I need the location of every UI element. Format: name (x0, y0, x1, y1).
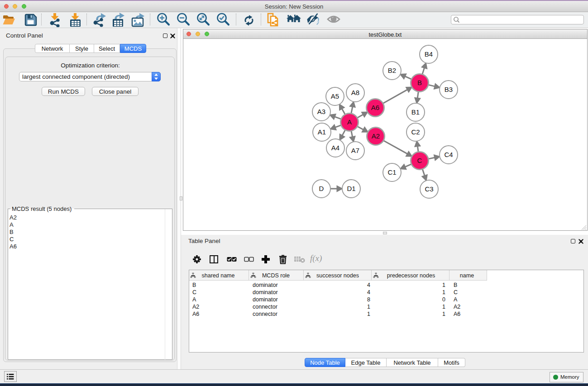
svg-text:A4: A4 (331, 144, 339, 152)
svg-text:A3: A3 (317, 108, 325, 115)
svg-text:C1: C1 (387, 168, 396, 176)
svg-text:B3: B3 (445, 86, 453, 93)
svg-text:A1: A1 (318, 128, 326, 136)
svg-text:C3: C3 (425, 185, 433, 193)
svg-text:D1: D1 (347, 185, 355, 192)
svg-text:A7: A7 (351, 147, 359, 154)
svg-text:A8: A8 (351, 89, 359, 96)
svg-text:A6: A6 (371, 104, 379, 111)
svg-text:B4: B4 (425, 50, 433, 58)
svg-text:C2: C2 (411, 128, 420, 136)
svg-text:C4: C4 (444, 151, 453, 158)
svg-text:A5: A5 (331, 92, 339, 100)
svg-text:A: A (347, 118, 352, 126)
svg-text:A2: A2 (372, 132, 380, 140)
svg-text:D: D (319, 185, 324, 192)
svg-text:B1: B1 (411, 108, 420, 116)
svg-text:C: C (417, 157, 422, 164)
svg-text:B: B (417, 79, 422, 86)
svg-text:B2: B2 (388, 67, 396, 74)
